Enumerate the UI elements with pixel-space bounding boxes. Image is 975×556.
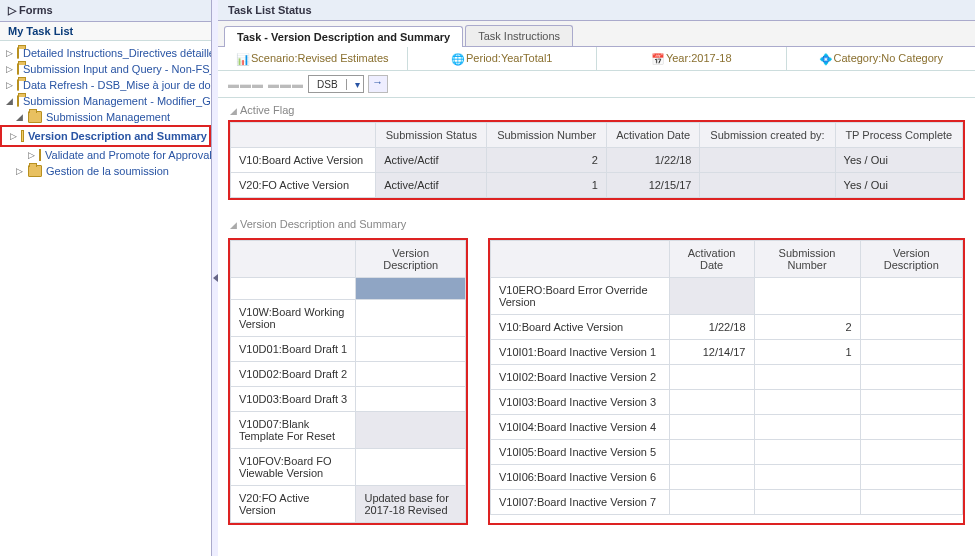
- scenario-icon: 📊: [236, 53, 248, 65]
- col-blank: [231, 123, 376, 148]
- tree-item-submission-mgmt[interactable]: ◢Submission Management: [0, 109, 211, 125]
- tree-item-submission-mgmt-root[interactable]: ◢Submission Management - Modifier_Gestio…: [0, 93, 211, 109]
- tree-item-gestion[interactable]: ▷Gestion de la soumission: [0, 163, 211, 179]
- year-icon: 📅: [651, 53, 663, 65]
- section-vds[interactable]: ◢Version Description and Summary: [228, 214, 965, 234]
- tree-item-submission-input[interactable]: ▷Submission Input and Query - Non-FS_Sou…: [0, 61, 211, 77]
- col-tp: TP Process Complete: [835, 123, 962, 148]
- entity-selector[interactable]: DSB▾: [308, 75, 364, 93]
- sidebar: ▷ Forms My Task List ▷Detailed Instructi…: [0, 0, 212, 556]
- table-row[interactable]: V10I03:Board Inactive Version 3: [491, 390, 963, 415]
- table-row[interactable]: V10:Board Active Version1/22/182: [491, 315, 963, 340]
- table-row[interactable]: V10FOV:Board FO Viewable Version: [231, 449, 466, 486]
- toolbar-context: ▬▬▬ ▬▬▬: [228, 78, 304, 90]
- tree-item-validate[interactable]: ▷Validate and Promote for Approval: [0, 147, 211, 163]
- param-scenario[interactable]: 📊Scenario:Revised Estimates: [218, 47, 408, 70]
- col-actdate: Activation Date: [669, 241, 754, 278]
- table-row[interactable]: V20:FO Active VersionUpdated base for 20…: [231, 486, 466, 523]
- tree-item-data-refresh[interactable]: ▷Data Refresh - DSB_Mise à jour de donné…: [0, 77, 211, 93]
- col-subnum: Submission Number: [754, 241, 860, 278]
- vds-left-table: Version Description V10W:Board Working V…: [230, 240, 466, 523]
- folder-icon: [28, 111, 42, 123]
- table-row[interactable]: V10W:Board Working Version: [231, 300, 466, 337]
- params-bar: 📊Scenario:Revised Estimates 🌐Period:Year…: [218, 47, 975, 71]
- param-period[interactable]: 🌐Period:YearTotal1: [408, 47, 598, 70]
- dropdown-icon[interactable]: ▾: [346, 79, 363, 90]
- task-icon: [21, 130, 24, 142]
- tab-instructions[interactable]: Task Instructions: [465, 25, 573, 46]
- tasklist-header[interactable]: My Task List: [0, 22, 211, 41]
- folder-icon: [17, 95, 19, 107]
- param-category[interactable]: 💠Category:No Category: [787, 47, 976, 70]
- selected-cell[interactable]: [356, 278, 466, 300]
- col-status: Submission Status: [376, 123, 487, 148]
- period-icon: 🌐: [451, 53, 463, 65]
- param-year[interactable]: 📅Year:2017-18: [597, 47, 787, 70]
- table-row[interactable]: V10I05:Board Inactive Version 5: [491, 440, 963, 465]
- collapse-icon: ◢: [230, 106, 237, 116]
- active-flag-table: Submission Status Submission Number Acti…: [230, 122, 963, 198]
- table-row[interactable]: V20:FO Active Version Active/Actif 1 12/…: [231, 173, 963, 198]
- table-row[interactable]: V10ERO:Board Error Override Version: [491, 278, 963, 315]
- task-icon: [39, 149, 41, 161]
- table-row[interactable]: V10I07:Board Inactive Version 7: [491, 490, 963, 515]
- tab-bar: Task - Version Description and Summary T…: [218, 21, 975, 47]
- collapse-icon: ◢: [230, 220, 237, 230]
- tree-item-version-desc[interactable]: ▷Version Description and Summary: [4, 128, 207, 144]
- tab-version-desc[interactable]: Task - Version Description and Summary: [224, 26, 463, 47]
- page-title: Task List Status: [218, 0, 975, 21]
- folder-icon: [17, 79, 19, 91]
- col-subnum: Submission Number: [487, 123, 606, 148]
- folder-icon: [28, 165, 42, 177]
- col-actdate: Activation Date: [606, 123, 700, 148]
- main-area: Task List Status Task - Version Descript…: [218, 0, 975, 556]
- table-row[interactable]: V10I02:Board Inactive Version 2: [491, 365, 963, 390]
- folder-icon: [17, 63, 19, 75]
- table-row[interactable]: V10D07:Blank Template For Reset: [231, 412, 466, 449]
- go-button[interactable]: →: [368, 75, 388, 93]
- table-row[interactable]: V10I01:Board Inactive Version 112/14/171: [491, 340, 963, 365]
- table-row[interactable]: V10D03:Board Draft 3: [231, 387, 466, 412]
- category-icon: 💠: [819, 53, 831, 65]
- table-row[interactable]: V10I04:Board Inactive Version 4: [491, 415, 963, 440]
- col-vdesc: Version Description: [860, 241, 962, 278]
- table-row[interactable]: V10:Board Active Version Active/Actif 2 …: [231, 148, 963, 173]
- table-row[interactable]: V10I06:Board Inactive Version 6: [491, 465, 963, 490]
- toolbar: ▬▬▬ ▬▬▬ DSB▾ →: [218, 71, 975, 98]
- task-tree: ▷Detailed Instructions_Directives détail…: [0, 41, 211, 183]
- forms-header[interactable]: ▷ Forms: [0, 0, 211, 22]
- col-vdesc: Version Description: [356, 241, 466, 278]
- tree-item-instructions[interactable]: ▷Detailed Instructions_Directives détail…: [0, 45, 211, 61]
- col-createdby: Submission created by:: [700, 123, 835, 148]
- vds-right-table: Activation Date Submission Number Versio…: [490, 240, 963, 515]
- table-row[interactable]: V10D01:Board Draft 1: [231, 337, 466, 362]
- section-active-flag[interactable]: ◢Active Flag: [228, 100, 965, 120]
- folder-icon: [17, 47, 19, 59]
- table-row[interactable]: V10D02:Board Draft 2: [231, 362, 466, 387]
- chevron-left-icon: [213, 274, 218, 282]
